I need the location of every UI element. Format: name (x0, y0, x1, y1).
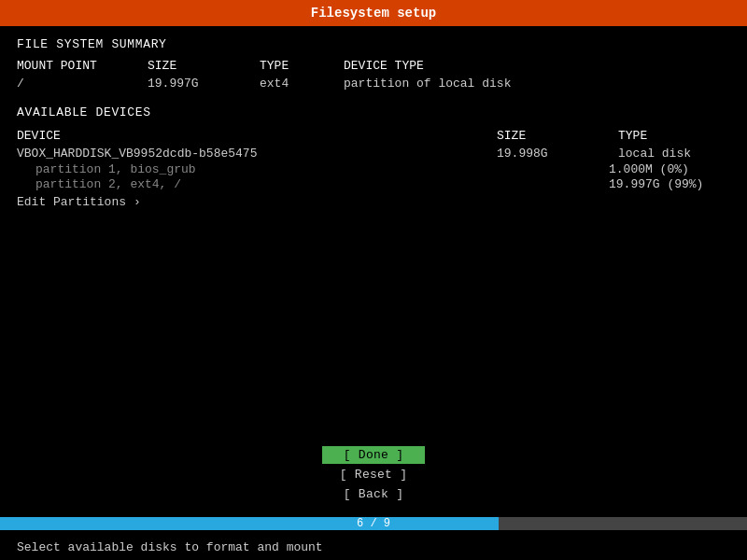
edit-partitions-arrow: › (134, 195, 141, 209)
col-header-mount: MOUNT POINT (17, 59, 148, 73)
fs-device-type: partition of local disk (344, 77, 730, 91)
partitions-container: partition 1, bios_grub1.000M (0%)partiti… (17, 162, 730, 191)
edit-partitions-label: Edit Partitions (17, 195, 126, 209)
partition-row: partition 2, ext4, /19.997G (99%) (35, 177, 730, 191)
progress-bar-container: 6 / 9 (0, 517, 747, 530)
fs-mount-point: / (17, 77, 148, 91)
fs-summary-table: MOUNT POINT SIZE TYPE DEVICE TYPE / 19.9… (17, 59, 730, 91)
main-content: FILE SYSTEM SUMMARY MOUNT POINT SIZE TYP… (0, 26, 747, 228)
available-devices-section: AVAILABLE DEVICES DEVICE SIZE TYPE VBOX_… (17, 105, 730, 209)
partition-size: 1.000M (0%) (609, 162, 730, 176)
status-bar: Select available disks to format and mou… (0, 535, 747, 560)
device-table-header: DEVICE SIZE TYPE (17, 129, 730, 143)
partition-size: 19.997G (99%) (609, 177, 730, 191)
back-button[interactable]: [ Back ] (322, 485, 425, 503)
device-size: 19.998G (497, 147, 618, 161)
partition-name: partition 2, ext4, / (35, 177, 609, 191)
status-text: Select available disks to format and mou… (17, 540, 323, 554)
done-button[interactable]: [ Done ] (322, 446, 425, 464)
dev-col-header-type: TYPE (618, 129, 730, 143)
col-header-type: TYPE (260, 59, 344, 73)
col-header-devtype: DEVICE TYPE (344, 59, 730, 73)
titlebar: Filesystem setup (0, 0, 747, 26)
partition-name: partition 1, bios_grub (35, 162, 609, 176)
edit-partitions-row[interactable]: Edit Partitions › (17, 195, 730, 209)
fs-table-data-row: / 19.997G ext4 partition of local disk (17, 77, 730, 91)
partition-row: partition 1, bios_grub1.000M (0%) (35, 162, 730, 176)
progress-label: 6 / 9 (0, 517, 747, 530)
fs-summary-header: FILE SYSTEM SUMMARY (17, 37, 730, 51)
device-type: local disk (618, 147, 730, 161)
fs-size: 19.997G (148, 77, 260, 91)
device-name: VBOX_HARDDISK_VB9952dcdb-b58e5475 (17, 147, 497, 161)
dev-col-header-size: SIZE (497, 129, 618, 143)
fs-type: ext4 (260, 77, 344, 91)
col-header-size: SIZE (148, 59, 260, 73)
buttons-area: [ Done ] [ Reset ] [ Back ] (322, 446, 425, 505)
available-devices-header: AVAILABLE DEVICES (17, 105, 730, 119)
dev-col-header-device: DEVICE (17, 129, 497, 143)
reset-button[interactable]: [ Reset ] (322, 466, 425, 483)
device-name-row: VBOX_HARDDISK_VB9952dcdb-b58e5475 19.998… (17, 147, 730, 161)
titlebar-label: Filesystem setup (311, 6, 436, 21)
fs-table-header-row: MOUNT POINT SIZE TYPE DEVICE TYPE (17, 59, 730, 73)
